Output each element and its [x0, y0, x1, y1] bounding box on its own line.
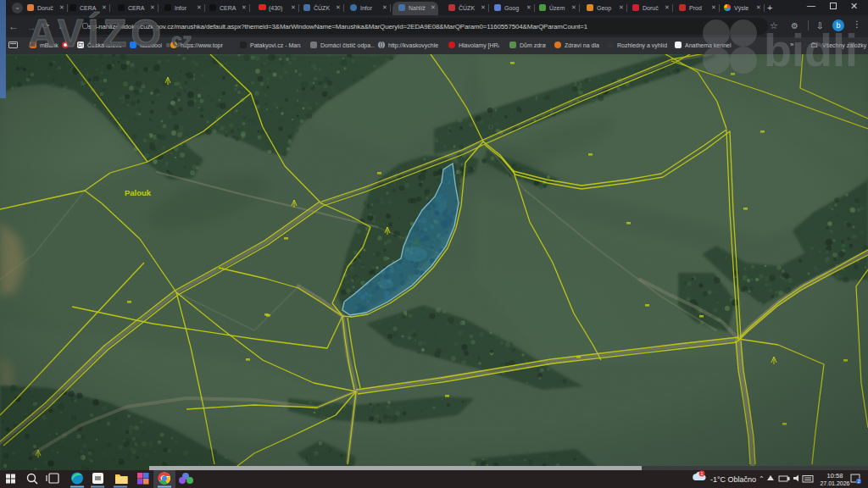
svg-text:bidli: bidli — [764, 25, 858, 75]
svg-text:⌃: ⌃ — [759, 475, 765, 483]
svg-text:-1°C Oblačno: -1°C Oblačno — [710, 475, 756, 484]
svg-text:10:58: 10:58 — [827, 472, 843, 480]
svg-text:1: 1 — [700, 471, 703, 476]
svg-text:27.01.2026: 27.01.2026 — [820, 480, 849, 486]
svg-text:2: 2 — [857, 479, 860, 484]
